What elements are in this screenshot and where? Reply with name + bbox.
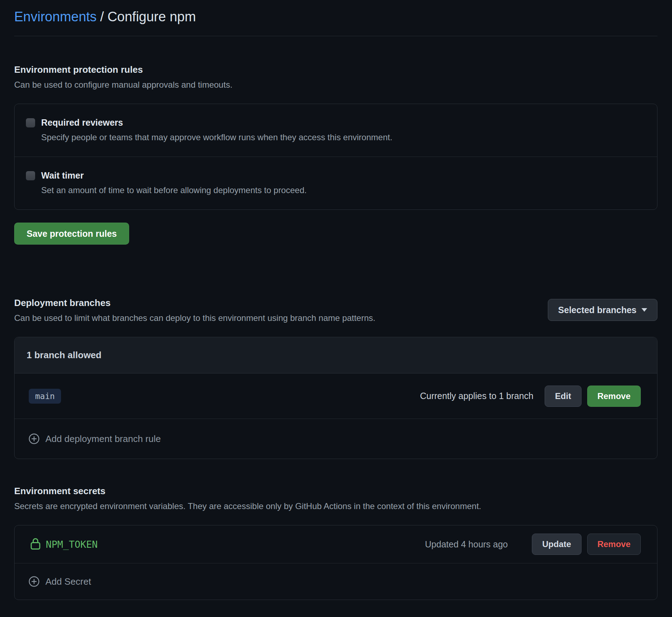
edit-branch-rule-button[interactable]: Edit (545, 386, 581, 407)
deployment-branches-heading: Deployment branches (14, 296, 375, 309)
add-deployment-branch-rule-label: Add deployment branch rule (45, 433, 161, 444)
environment-settings-page: Environments/Configure npm Environment p… (0, 0, 672, 614)
required-reviewers-description: Specify people or teams that may approve… (41, 132, 392, 143)
secret-row-actions: Updated 4 hours ago Update Remove (425, 534, 641, 555)
protection-rules-box: Required reviewers Specify people or tea… (14, 104, 657, 210)
deployment-branches-text: Deployment branches Can be used to limit… (14, 296, 375, 324)
branch-applies-status: Currently applies to 1 branch (420, 391, 534, 401)
add-secret-label: Add Secret (45, 576, 91, 587)
secret-name: NPM_TOKEN (46, 539, 98, 550)
wait-timer-text: Wait timer Set an amount of time to wait… (41, 170, 307, 196)
required-reviewers-checkbox[interactable] (26, 118, 35, 127)
breadcrumb: Environments/Configure npm (14, 8, 657, 26)
environment-secrets-heading: Environment secrets (14, 485, 657, 497)
protection-rules-heading: Environment protection rules (14, 63, 657, 76)
wait-timer-label: Wait timer (41, 170, 307, 181)
secret-row: NPM_TOKEN Updated 4 hours ago Update Rem… (15, 525, 657, 563)
lock-icon (30, 538, 41, 550)
protection-rules-description: Can be used to configure manual approval… (14, 79, 657, 91)
required-reviewers-label: Required reviewers (41, 117, 392, 128)
remove-secret-button[interactable]: Remove (587, 534, 641, 555)
selected-branches-label: Selected branches (558, 306, 637, 315)
section-environment-secrets: Environment secrets Secrets are encrypte… (14, 485, 657, 512)
update-secret-button[interactable]: Update (532, 534, 581, 555)
deployment-branches-description: Can be used to limit what branches can d… (14, 312, 375, 324)
branch-name-badge: main (29, 389, 61, 404)
wait-timer-row: Wait timer Set an amount of time to wait… (15, 157, 657, 209)
environment-secrets-description: Secrets are encrypted environment variab… (14, 500, 657, 512)
branch-row-actions: Currently applies to 1 branch Edit Remov… (420, 386, 641, 407)
plus-circle-icon (29, 433, 39, 444)
required-reviewers-row: Required reviewers Specify people or tea… (15, 104, 657, 157)
breadcrumb-separator: / (100, 9, 104, 24)
save-protection-rules-button[interactable]: Save protection rules (14, 223, 129, 245)
section-deployment-branches: Deployment branches Can be used to limit… (14, 296, 657, 324)
plus-circle-icon (29, 576, 39, 587)
branch-list-header: 1 branch allowed (15, 337, 657, 373)
page-header: Environments/Configure npm (14, 0, 657, 36)
section-protection-rules: Environment protection rules Can be used… (14, 63, 657, 91)
wait-timer-checkbox[interactable] (26, 171, 35, 180)
wait-timer-description: Set an amount of time to wait before all… (41, 185, 307, 196)
environment-secrets-box: NPM_TOKEN Updated 4 hours ago Update Rem… (14, 525, 657, 600)
remove-branch-rule-button[interactable]: Remove (587, 386, 641, 407)
branch-rule-row: main Currently applies to 1 branch Edit … (15, 373, 657, 419)
add-deployment-branch-rule-button[interactable]: Add deployment branch rule (15, 419, 657, 459)
page-title: Configure npm (108, 9, 196, 24)
deployment-branches-box: 1 branch allowed main Currently applies … (14, 337, 657, 459)
required-reviewers-text: Required reviewers Specify people or tea… (41, 117, 392, 143)
selected-branches-dropdown[interactable]: Selected branches (548, 299, 657, 321)
chevron-down-icon (641, 308, 647, 312)
add-secret-button[interactable]: Add Secret (15, 563, 657, 600)
secret-updated-timestamp: Updated 4 hours ago (425, 539, 508, 550)
breadcrumb-environments-link[interactable]: Environments (14, 9, 97, 24)
